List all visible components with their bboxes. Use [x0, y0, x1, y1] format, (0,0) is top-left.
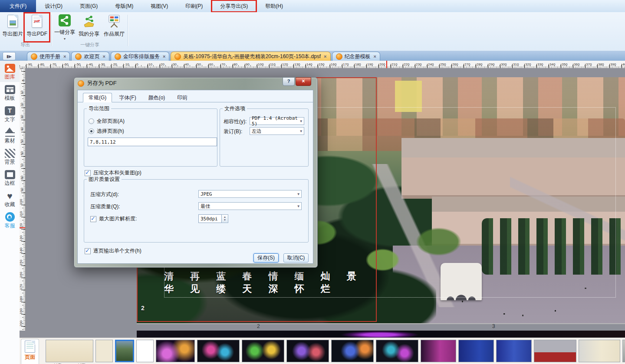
per-page-checkbox[interactable] — [85, 248, 91, 254]
all-pages-radio[interactable] — [89, 118, 94, 124]
doc-tab[interactable]: 金印客排版服务× — [111, 52, 169, 61]
thumb-strip — [46, 340, 625, 363]
tab-close-icon[interactable]: × — [102, 54, 105, 59]
page-thumbnail-pink-photos-spread[interactable] — [421, 340, 456, 362]
menu-item-页面(G)[interactable]: 页面(G) — [71, 0, 106, 12]
tab-close-icon[interactable]: × — [324, 54, 326, 59]
per-page-row[interactable]: 逐页输出单个文件(h) — [85, 247, 141, 255]
ribbon-group-export: 导出 — [1, 42, 49, 49]
export-pdf-button[interactable]: pdf 导出PDF — [25, 14, 49, 41]
dps-icon — [75, 53, 82, 60]
sidebar-item-background[interactable]: 背景 — [0, 146, 20, 167]
vertical-ruler: -100102030405060708090100110120130140150… — [20, 68, 26, 331]
page-thumbnail-circles-spread-5[interactable] — [376, 340, 418, 362]
menu-item-设计(D)[interactable]: 设计(D) — [36, 0, 71, 12]
tab-colors[interactable]: 颜色(o) — [143, 93, 171, 102]
menu-item-分享导出(S)[interactable]: 分享导出(S) — [211, 0, 257, 12]
spinner-arrows-icon[interactable]: ▲▼ — [222, 214, 228, 223]
ruler-tick: 220 — [403, 64, 403, 68]
tab-close-icon[interactable]: × — [63, 54, 66, 59]
maxres-spinner[interactable]: 350dpi ▲▼ — [198, 214, 228, 223]
select-pages-radio-row[interactable]: 选择页面(h) — [89, 128, 124, 135]
image-quality-group: 图片质量设置 压缩方式(d): JPEG▼ 压缩质量(Q): 最佳▼ 最大图片解… — [84, 176, 309, 243]
ruler-tick: 290 — [488, 64, 488, 68]
doc-tab[interactable]: 欢迎页× — [71, 52, 109, 61]
page-thumbnail-lights-spread[interactable] — [156, 340, 195, 362]
sidebar-item-gallery[interactable]: 图库 — [0, 61, 20, 82]
menu-item-印刷(P)[interactable]: 印刷(P) — [177, 0, 211, 12]
all-pages-radio-row[interactable]: 全部页面(A) — [89, 118, 125, 125]
quality-dropdown[interactable]: 最佳▼ — [198, 202, 302, 210]
compat-dropdown[interactable]: PDF 1.4 (Acrobat 5)▼ — [250, 117, 304, 125]
cancel-button[interactable]: 取消(C) — [283, 253, 309, 262]
ruler-tick: 80 — [21, 180, 25, 181]
menu-item-帮助(H)[interactable]: 帮助(H) — [257, 0, 292, 12]
page-thumbnail-gray-cream-spread[interactable] — [579, 340, 620, 362]
tab-fonts[interactable]: 字体(F) — [114, 93, 141, 102]
doc-tab[interactable]: 纪念册模板× — [332, 52, 380, 61]
method-dropdown[interactable]: JPEG▼ — [198, 190, 302, 198]
tab-close-icon[interactable]: × — [374, 54, 376, 59]
dialog-tabs: 常规(G) 字体(F) 颜色(o) 印前 — [78, 93, 313, 102]
ruler-tick: 30 — [21, 120, 25, 120]
maxres-checkbox[interactable] — [90, 216, 96, 222]
panel-collapse-button[interactable]: ▮▶ — [3, 52, 16, 60]
sidebar-item-service[interactable]: 客服 — [0, 210, 20, 231]
my-shares-button[interactable]: 我的分享 — [77, 14, 101, 41]
tab-general[interactable]: 常规(G) — [83, 93, 112, 102]
page-thumbnail-blue-photos-spread-1[interactable] — [458, 340, 494, 362]
tab-prepress[interactable]: 印前 — [172, 93, 193, 102]
sidebar: 图库 模板 T 文字 素材 背景 边框 ♥ 收藏 客服 — [0, 61, 20, 364]
dialog-help-button[interactable]: ? — [283, 77, 295, 86]
tab-close-icon[interactable]: × — [163, 54, 165, 59]
pages-input[interactable]: 7,8,11,12 — [88, 138, 217, 146]
sidebar-item-favorites[interactable]: ♥ 收藏 — [0, 188, 20, 210]
material-icon — [5, 128, 15, 137]
select-pages-radio[interactable] — [89, 128, 94, 134]
sidebar-item-material[interactable]: 素材 — [0, 125, 20, 146]
quick-share-dropdown-icon[interactable]: ▾ — [64, 37, 66, 41]
photo-caption-text[interactable]: 清 再 蓝 春 情 缅 灿 景 华 见 缕 天 深 怀 烂 — [164, 270, 363, 295]
ruler-tick: 250 — [439, 64, 440, 68]
export-image-button[interactable]: 导出图片 — [1, 14, 24, 41]
dialog-titlebar[interactable]: 另存为 PDF — [74, 78, 317, 89]
page-thumbnail-circles-spread-4[interactable] — [331, 340, 374, 362]
quick-share-button[interactable]: 一键分享 ▾ — [53, 14, 76, 41]
menu-item-视图(V)[interactable]: 视图(V) — [142, 0, 177, 12]
page-thumbnail-gray-photo-page[interactable] — [622, 340, 625, 362]
save-button[interactable]: 保存(S) — [253, 253, 279, 262]
ruler-tick: 260 — [451, 64, 452, 68]
horizontal-ruler: -90-80-70-60-50-40-30-20-100102030405060… — [20, 61, 625, 69]
page-thumbnail-cover-spread[interactable] — [46, 340, 93, 362]
ruler-tick: 90 — [21, 193, 25, 193]
page-thumbnail-blank-page[interactable] — [136, 340, 154, 362]
maxres-row[interactable]: 最大图片解析度: — [90, 215, 137, 223]
page-thumbnail-circles-spread-2[interactable] — [242, 340, 284, 362]
page-thumbnail-circles-spread-3[interactable] — [286, 340, 329, 362]
maxres-value[interactable]: 350dpi — [198, 214, 222, 223]
ribbon: 导出图片 pdf 导出PDF 一键分享 ▾ 我的分享 作品展厅 导出 — [0, 12, 625, 51]
sidebar-item-frame[interactable]: 边框 — [0, 167, 20, 188]
ruler-tick: 370 — [585, 64, 586, 68]
page-thumbnail-blue-photos-spread-2[interactable] — [496, 340, 532, 362]
compress-vector-checkbox[interactable] — [85, 170, 91, 176]
menu-item-母版(M)[interactable]: 母版(M) — [106, 0, 142, 12]
doc-tab[interactable]: 吴栋-10975-清华自九-画册硬壳精装20cm-160页-150本.dpsf× — [171, 52, 330, 61]
sidebar-item-text[interactable]: T 文字 — [0, 103, 20, 125]
doc-tab-label: 金印客排版服务 — [123, 53, 160, 60]
page-thumbnail-campus-photo[interactable] — [115, 340, 134, 362]
page-thumbnail-circles-spread-1[interactable] — [197, 340, 240, 362]
next-spread-preview[interactable] — [137, 331, 625, 338]
doc-tab[interactable]: 使用手册× — [27, 52, 70, 61]
menu-item-文件(F)[interactable]: 文件(F) — [0, 0, 36, 12]
sidebar-item-template[interactable]: 模板 — [0, 82, 20, 103]
ruler-tick: 400 — [622, 64, 622, 68]
pages-tab[interactable]: 页面 — [21, 339, 39, 364]
binding-dropdown[interactable]: 左边▼ — [250, 127, 304, 135]
page-thumbnail-red-photos-spread[interactable] — [534, 340, 576, 362]
ruler-cursor-marker — [386, 61, 387, 68]
dialog-close-button[interactable]: × — [296, 77, 311, 86]
page-thumbnail-cream-page[interactable] — [95, 340, 113, 362]
binding-row: 装订(B): — [224, 128, 242, 135]
gallery-hall-button[interactable]: 作品展厅 — [102, 14, 126, 41]
